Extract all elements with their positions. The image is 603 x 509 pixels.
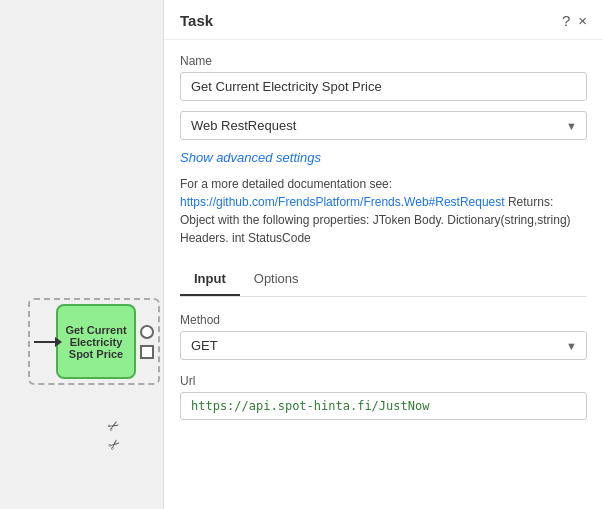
panel-body: Name Web RestRequest ▼ Show advanced set… [164,40,603,434]
node-wrapper: Get Current Electricity Spot Price [28,298,160,385]
type-select[interactable]: Web RestRequest [180,111,587,140]
doc-prefix: For a more detailed documentation see: [180,177,392,191]
doc-link[interactable]: https://github.com/FrendsPlatform/Frends… [180,195,505,209]
url-label: Url [180,374,587,388]
method-label: Method [180,313,587,327]
advanced-settings-link[interactable]: Show advanced settings [180,150,587,165]
tab-options[interactable]: Options [240,263,313,296]
node-connectors [140,325,154,359]
tool-icon-1[interactable]: ✂ [105,416,123,436]
node-tools: ✂ ✂ [108,418,120,452]
type-selector-wrapper: Web RestRequest ▼ [180,111,587,140]
name-field-group: Name [180,54,587,101]
name-label: Name [180,54,587,68]
flow-node[interactable]: Get Current Electricity Spot Price [56,304,136,379]
help-icon[interactable]: ? [562,12,570,29]
panel-header: Task ? × [164,0,603,40]
tool-icon-2[interactable]: ✂ [104,434,123,454]
url-section: Url [180,374,587,420]
method-select-wrapper: GET POST PUT DELETE PATCH HEAD ▼ [180,331,587,360]
left-panel: Get Current Electricity Spot Price ✂ ✂ [0,0,163,509]
method-section: Method GET POST PUT DELETE PATCH HEAD ▼ [180,313,587,360]
doc-section: For a more detailed documentation see: h… [180,175,587,247]
right-panel: Task ? × Name Web RestRequest ▼ Show adv… [163,0,603,509]
method-select[interactable]: GET POST PUT DELETE PATCH HEAD [180,331,587,360]
close-icon[interactable]: × [578,12,587,29]
header-icons: ? × [562,12,587,29]
connector-circle[interactable] [140,325,154,339]
connector-square[interactable] [140,345,154,359]
tabs-row: Input Options [180,263,587,297]
panel-title: Task [180,12,213,29]
name-input[interactable] [180,72,587,101]
url-input[interactable] [180,392,587,420]
tab-input[interactable]: Input [180,263,240,296]
